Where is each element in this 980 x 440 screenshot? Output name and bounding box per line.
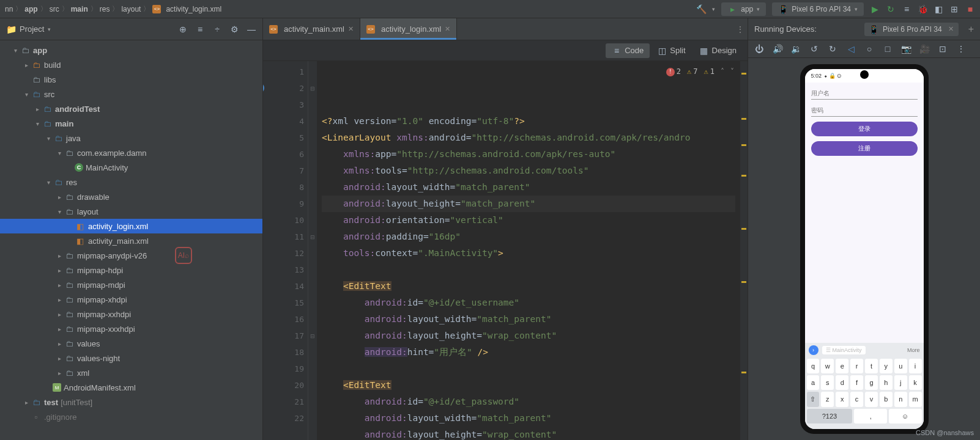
kbd-key[interactable]: ☺ [889,409,922,424]
overview-ruler[interactable] [740,61,748,440]
gear-icon[interactable]: ⚙ [229,24,239,34]
view-code-button[interactable]: ≡Code [606,43,650,58]
coverage-icon[interactable]: ⊞ [949,4,959,14]
collapse-icon[interactable]: ÷ [212,24,222,34]
editor-tab[interactable]: <>activity_main.xml✕ [263,18,360,40]
kbd-key[interactable]: , [854,409,887,424]
breadcrumb-item[interactable]: activity_login.xml [166,5,221,13]
kbd-key[interactable]: q [807,359,820,373]
device-tab[interactable]: 📱 Pixel 6 Pro API 34 ✕ [864,23,959,36]
kbd-key[interactable]: e [836,359,848,373]
breadcrumb-item[interactable]: layout [121,5,141,13]
kbd-key[interactable]: g [865,375,878,390]
project-tree[interactable]: ▾🗀app▸🗀build🗀libs▾🗀src▸🗀androidTest▾🗀mai… [0,40,262,440]
tree-item[interactable]: ◧activity_main.xml [0,233,262,248]
kbd-key[interactable]: y [880,359,893,373]
tree-item[interactable]: ▾🗀java [0,131,262,145]
tree-item[interactable]: 🗀libs [0,72,262,87]
kbd-key[interactable]: d [836,375,848,390]
tree-item[interactable]: ▸🗀mipmap-xxxhdpi [0,321,262,336]
register-button[interactable]: 注册 [811,141,918,156]
kbd-key[interactable]: k [909,375,922,390]
rotate-right-icon[interactable]: ↻ [828,44,837,54]
kbd-key[interactable]: a [807,375,820,390]
view-split-button[interactable]: ◫Split [651,43,691,58]
rerun-icon[interactable]: ↻ [886,4,896,14]
hide-icon[interactable]: — [247,24,256,34]
overview-icon[interactable]: □ [883,44,893,54]
chevron-down-icon[interactable]: ▾ [48,26,51,32]
editor-tab[interactable]: <>activity_login.xml✕ [360,18,457,40]
locate-icon[interactable]: ⊕ [178,24,188,34]
kbd-key[interactable]: u [894,359,907,373]
tree-item[interactable]: ▸🗀values [0,336,262,351]
back-icon[interactable]: ◁ [846,44,856,54]
kbd-more[interactable]: More [907,347,920,353]
code-editor[interactable]: !2 ⚠7 ⚠1 ˄ ˅ <?xml version="1.0" encodin… [317,61,740,440]
kbd-key[interactable]: j [894,375,907,390]
tree-item[interactable]: ▸🗀mipmap-anydpi-v26 [0,248,262,263]
close-icon[interactable]: ✕ [445,25,450,33]
kbd-key[interactable]: r [850,359,863,373]
kbd-expand-icon[interactable]: › [809,345,819,355]
username-field[interactable] [811,87,918,100]
snapshot-icon[interactable]: ⊡ [938,44,948,54]
breadcrumb-item[interactable]: src [50,5,59,13]
breadcrumb-item[interactable]: app [24,5,37,13]
breadcrumb-item[interactable]: res [100,5,110,13]
home-icon[interactable]: ○ [864,44,874,54]
tree-item[interactable]: ▸🗀mipmap-xhdpi [0,292,262,307]
power-icon[interactable]: ⏻ [754,44,764,54]
kbd-key[interactable]: z [821,392,834,407]
filter-icon[interactable]: ≡ [195,24,205,34]
tree-item[interactable]: ▸🗀values-night [0,351,262,365]
tree-item[interactable]: ▸🗀mipmap-mdpi [0,277,262,292]
run-config-app[interactable]: ▸ app ▾ [721,2,766,16]
view-design-button[interactable]: ▦Design [693,43,743,58]
record-icon[interactable]: 🎥 [919,44,929,54]
attach-icon[interactable]: ≡ [902,4,911,14]
breadcrumb-item[interactable]: nn [5,5,13,13]
tree-item[interactable]: ▾🗀app [0,43,262,57]
tree-item[interactable]: ▾🗀layout [0,204,262,219]
tree-item[interactable]: CMainActivity [0,160,262,175]
gutter[interactable]: 12345678910111213141516171819202122 [278,61,308,440]
kbd-key[interactable]: f [850,375,863,390]
kbd-key[interactable]: i [909,359,922,373]
device-selector[interactable]: 📱 Pixel 6 Pro API 34 ▾ [772,2,864,16]
password-field[interactable] [811,105,918,117]
breadcrumb-item[interactable]: main [71,5,88,13]
stop-icon[interactable]: ■ [965,4,975,14]
more-icon[interactable]: ⋮ [956,44,966,54]
tree-item[interactable]: MAndroidManifest.xml [0,380,262,395]
tree-item[interactable]: ▸🗀test [unitTest] [0,395,262,409]
camera-icon[interactable]: 📷 [901,44,911,54]
vol-up-icon[interactable]: 🔊 [773,44,782,54]
tree-item[interactable]: ▾🗀main [0,116,262,131]
profiler-icon[interactable]: ◧ [934,4,943,14]
run-icon[interactable]: ▶ [870,4,880,14]
kbd-key[interactable]: t [865,359,878,373]
kbd-key[interactable]: ?123 [807,409,853,424]
kbd-key[interactable]: w [821,359,834,373]
tree-item[interactable]: ▸🗀drawable [0,189,262,204]
kbd-key[interactable]: v [865,392,878,407]
login-button[interactable]: 登录 [811,122,918,136]
nav-down-icon[interactable]: ˅ [730,64,734,80]
rotate-left-icon[interactable]: ↺ [809,44,819,54]
kbd-key[interactable]: c [850,392,863,407]
tree-item[interactable]: ▾🗀com.example.damn [0,145,262,160]
tree-item[interactable]: ▸🗀mipmap-xxhdpi [0,307,262,321]
kbd-key[interactable]: ⇧ [807,392,820,407]
keyboard-suggestion-bar[interactable]: › ☰ MainActivity More [805,343,924,358]
tree-item[interactable]: ▾🗀src [0,87,262,101]
tab-more-icon[interactable]: ⋮ [733,24,748,34]
tree-item[interactable]: ▸🗀mipmap-hdpi [0,263,262,277]
kbd-key[interactable]: n [894,392,907,407]
kbd-key[interactable]: x [836,392,848,407]
kbd-key[interactable]: s [821,375,834,390]
hammer-icon[interactable]: 🔨 [696,4,706,14]
add-device-icon[interactable]: + [968,24,974,35]
nav-up-icon[interactable]: ˄ [721,64,724,80]
close-icon[interactable]: ✕ [348,25,354,33]
